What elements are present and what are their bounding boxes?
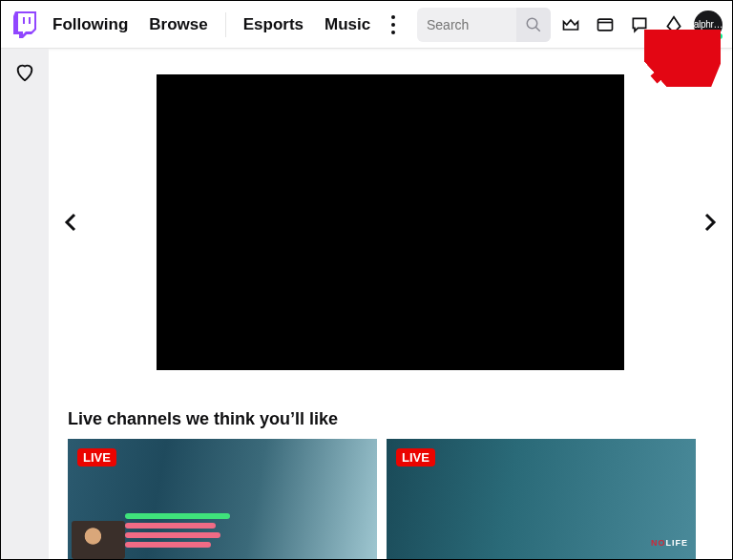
carousel-prev[interactable]: [60, 211, 83, 234]
inbox-icon: [596, 15, 615, 34]
followed-channels-toggle[interactable]: [14, 62, 35, 83]
search-box: [417, 8, 551, 42]
search-icon: [525, 16, 542, 33]
inbox-button[interactable]: [591, 10, 619, 39]
main-content: Live channels we think you’ll like LIVE …: [49, 49, 732, 560]
scoreboard-deco: [125, 509, 230, 551]
crown-icon: [561, 15, 580, 34]
heart-icon: [14, 62, 35, 83]
nav-divider: [225, 12, 226, 37]
chevron-right-icon: [698, 211, 721, 234]
prime-loot-button[interactable]: [556, 10, 585, 39]
live-badge: LIVE: [77, 448, 116, 467]
search-button[interactable]: [516, 8, 551, 42]
twitch-logo[interactable]: [10, 10, 39, 39]
live-badge: LIVE: [396, 448, 435, 467]
nav-music[interactable]: Music: [317, 11, 378, 38]
user-avatar[interactable]: alphr…: [694, 10, 723, 39]
svg-line-1: [535, 27, 540, 31]
svg-point-0: [527, 18, 537, 29]
bits-button[interactable]: [660, 10, 688, 39]
whispers-button[interactable]: [625, 10, 654, 39]
channel-card[interactable]: LIVE: [68, 439, 377, 560]
overlay-brand: NOLIFE: [651, 538, 688, 548]
twitch-icon: [11, 11, 38, 38]
carousel-next[interactable]: [698, 211, 721, 234]
live-channel-cards: LIVE LIVE NOLIFE: [49, 439, 732, 560]
nav-esports[interactable]: Esports: [236, 11, 311, 38]
left-sidebar: [1, 49, 49, 560]
featured-carousel: [49, 60, 732, 384]
featured-video-player[interactable]: [157, 74, 624, 370]
chevron-left-icon: [60, 211, 83, 234]
chat-icon: [630, 15, 649, 34]
svg-rect-2: [598, 19, 613, 31]
nav-browse[interactable]: Browse: [141, 11, 215, 38]
more-icon: [391, 15, 395, 19]
presence-dot: [715, 31, 724, 41]
streamer-cam-thumb: [72, 521, 125, 559]
avatar-label: alphr…: [694, 19, 723, 30]
channel-card[interactable]: LIVE NOLIFE: [387, 439, 696, 560]
nav-following[interactable]: Following: [45, 11, 136, 38]
top-nav: Following Browse Esports Music: [1, 1, 732, 49]
section-title: Live channels we think you’ll like: [49, 384, 732, 439]
bits-icon: [664, 15, 683, 34]
search-input[interactable]: [417, 8, 516, 42]
more-menu[interactable]: [384, 10, 403, 39]
